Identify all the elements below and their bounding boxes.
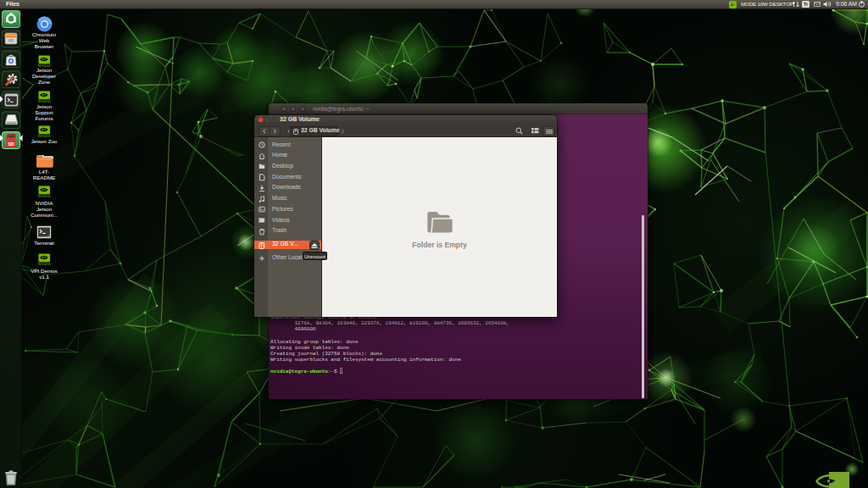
svg-text:NVIDIA: NVIDIA [38,194,52,198]
svg-text:SD: SD [8,141,14,147]
svg-text:NVIDIA: NVIDIA [38,262,52,266]
